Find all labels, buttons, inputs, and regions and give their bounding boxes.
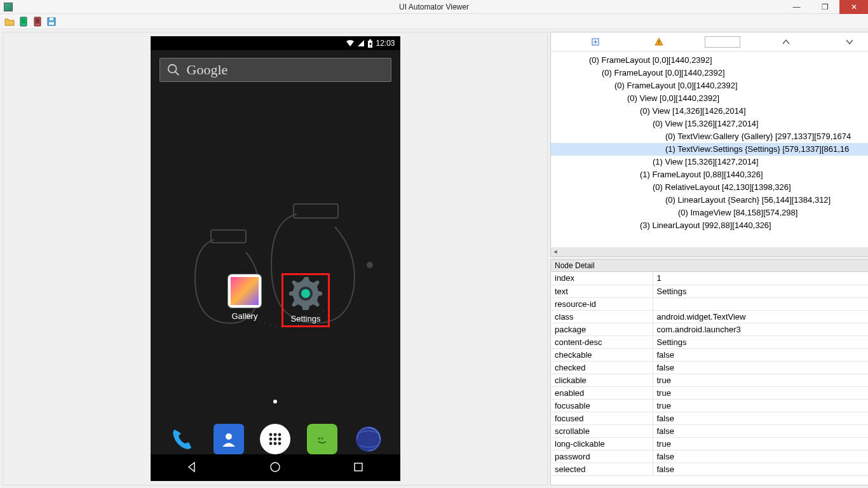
- tree-node[interactable]: (0) ImageView [84,158][574,298]: [551, 207, 868, 219]
- svg-point-30: [271, 463, 280, 471]
- detail-value: Settings: [653, 336, 868, 348]
- detail-value: [653, 297, 868, 310]
- tree-node[interactable]: (0) View [0,0][1440,2392]: [551, 92, 868, 105]
- detail-key: checked: [551, 361, 653, 374]
- detail-key: checkable: [551, 348, 653, 361]
- search-hint: Google: [187, 62, 228, 78]
- toggle-naf-icon[interactable]: [643, 37, 675, 46]
- tree-node[interactable]: (0) FrameLayout [0,0][1440,2392]: [551, 54, 868, 67]
- device-screenshot[interactable]: 12:03 Google Gallery: [151, 36, 400, 481]
- detail-row: scrollablefalse: [551, 424, 868, 437]
- detail-key: text: [551, 285, 653, 297]
- hierarchy-tree[interactable]: (0) FrameLayout [0,0][1440,2392](0) Fram…: [551, 51, 868, 247]
- detail-key: enabled: [551, 386, 653, 399]
- svg-point-21: [269, 438, 273, 441]
- detail-row: selectedfalse: [551, 463, 868, 475]
- next-match-icon[interactable]: [834, 39, 865, 45]
- tree-node[interactable]: (0) View [14,326][1426,2014]: [551, 105, 868, 118]
- detail-value: Settings: [653, 285, 868, 297]
- detail-value: false: [653, 348, 868, 361]
- gallery-icon: [228, 274, 261, 308]
- detail-row: focusedfalse: [551, 412, 868, 424]
- svg-point-9: [168, 65, 176, 73]
- battery-icon: [367, 39, 373, 48]
- settings-icon: [289, 277, 322, 310]
- device-screenshot-compressed-icon[interactable]: [32, 16, 43, 27]
- tree-node[interactable]: (0) View [15,326][1427,2014]: [551, 118, 868, 130]
- svg-point-25: [274, 442, 277, 445]
- app-drawer-icon[interactable]: [260, 424, 290, 454]
- save-icon[interactable]: [46, 16, 57, 27]
- detail-row: long-clickabletrue: [551, 437, 868, 450]
- detail-row: classandroid.widget.TextView: [551, 310, 868, 323]
- tree-hscrollbar[interactable]: ◄►: [551, 247, 868, 256]
- android-navbar: [151, 454, 400, 481]
- app-gallery[interactable]: Gallery: [222, 274, 268, 326]
- device-screenshot-icon[interactable]: [18, 16, 29, 27]
- tree-node[interactable]: (3) LinearLayout [992,88][1440,326]: [551, 219, 868, 232]
- svg-point-22: [274, 438, 277, 441]
- search-icon: [166, 63, 180, 77]
- prev-match-icon[interactable]: [770, 39, 802, 45]
- tree-node[interactable]: (1) View [15,326][1427,2014]: [551, 156, 868, 168]
- home-button[interactable]: [269, 461, 281, 475]
- minimize-button[interactable]: —: [782, 0, 811, 14]
- svg-rect-6: [49, 22, 54, 25]
- tree-node[interactable]: (0) FrameLayout [0,0][1440,2392]: [551, 67, 868, 79]
- detail-key: selected: [551, 463, 653, 475]
- detail-row: content-descSettings: [551, 336, 868, 348]
- detail-value: true: [653, 399, 868, 412]
- phone-app-icon[interactable]: [166, 424, 197, 454]
- detail-row: checkablefalse: [551, 348, 868, 361]
- svg-point-16: [301, 289, 310, 298]
- detail-row: enabledtrue: [551, 386, 868, 399]
- tree-node[interactable]: (0) RelativeLayout [42,130][1398,326]: [551, 181, 868, 194]
- svg-rect-12: [294, 204, 338, 218]
- node-detail-table[interactable]: index1textSettingsresource-idclassandroi…: [551, 272, 868, 485]
- detail-row: passwordfalse: [551, 450, 868, 463]
- search-filter-input[interactable]: [707, 36, 738, 48]
- svg-point-23: [278, 438, 281, 441]
- svg-line-10: [175, 72, 179, 76]
- detail-value: android.widget.TextView: [653, 310, 868, 323]
- signal-icon: [357, 39, 365, 47]
- detail-key: content-desc: [551, 336, 653, 348]
- detail-row: clickabletrue: [551, 374, 868, 386]
- detail-value: false: [653, 412, 868, 424]
- detail-row: packagecom.android.launcher3: [551, 323, 868, 336]
- android-dock: [151, 424, 400, 454]
- svg-point-20: [278, 433, 281, 437]
- detail-key: password: [551, 450, 653, 463]
- messages-app-icon[interactable]: [307, 424, 337, 454]
- app-settings[interactable]: Settings: [283, 274, 329, 326]
- detail-row: resource-id: [551, 297, 868, 310]
- app-gallery-label: Gallery: [222, 311, 268, 321]
- svg-rect-5: [50, 18, 53, 20]
- svg-point-29: [356, 426, 381, 452]
- tree-node[interactable]: (1) FrameLayout [0,88][1440,326]: [551, 168, 868, 181]
- recents-button[interactable]: [352, 461, 365, 475]
- app-toolbar: [0, 14, 868, 29]
- expand-all-icon[interactable]: [580, 38, 611, 46]
- detail-row: textSettings: [551, 285, 868, 297]
- tree-node[interactable]: (0) FrameLayout [0,0][1440,2392]: [551, 79, 868, 92]
- detail-value: 1: [653, 272, 868, 285]
- tree-node[interactable]: (0) LinearLayout {Search} [56,144][1384,…: [551, 194, 868, 207]
- browser-app-icon[interactable]: [353, 424, 384, 454]
- detail-value: true: [653, 437, 868, 450]
- tree-node[interactable]: (0) TextView:Gallery {Gallery} [297,1337…: [551, 130, 868, 143]
- detail-key: focused: [551, 412, 653, 424]
- maximize-button[interactable]: ❐: [811, 0, 839, 14]
- contacts-app-icon[interactable]: [214, 424, 244, 454]
- detail-key: focusable: [551, 399, 653, 412]
- back-button[interactable]: [186, 461, 198, 475]
- detail-key: class: [551, 310, 653, 323]
- open-icon[interactable]: [4, 16, 15, 27]
- detail-key: index: [551, 272, 653, 285]
- svg-point-24: [269, 442, 273, 445]
- google-search-bar[interactable]: Google: [159, 58, 391, 82]
- tree-node[interactable]: (1) TextView:Settings {Settings} [579,13…: [551, 143, 868, 156]
- close-button[interactable]: ✕: [839, 0, 868, 14]
- svg-rect-35: [658, 41, 659, 43]
- node-detail-header: Node Detail: [551, 260, 868, 272]
